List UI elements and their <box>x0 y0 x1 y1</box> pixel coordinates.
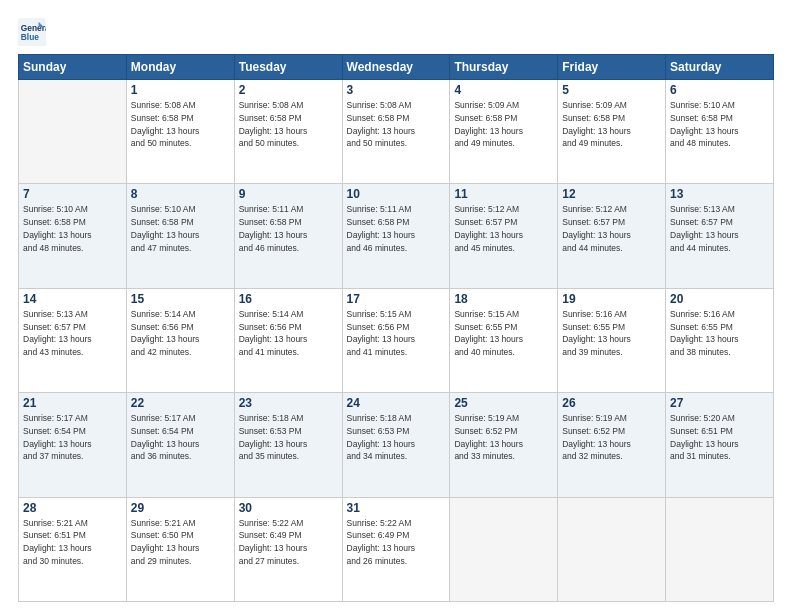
day-number: 4 <box>454 83 553 97</box>
day-number: 9 <box>239 187 338 201</box>
day-cell: 31Sunrise: 5:22 AM Sunset: 6:49 PM Dayli… <box>342 497 450 601</box>
day-number: 30 <box>239 501 338 515</box>
day-number: 5 <box>562 83 661 97</box>
day-info: Sunrise: 5:20 AM Sunset: 6:51 PM Dayligh… <box>670 412 769 463</box>
day-info: Sunrise: 5:13 AM Sunset: 6:57 PM Dayligh… <box>23 308 122 359</box>
day-cell: 25Sunrise: 5:19 AM Sunset: 6:52 PM Dayli… <box>450 393 558 497</box>
day-cell: 19Sunrise: 5:16 AM Sunset: 6:55 PM Dayli… <box>558 288 666 392</box>
day-number: 25 <box>454 396 553 410</box>
day-cell: 13Sunrise: 5:13 AM Sunset: 6:57 PM Dayli… <box>666 184 774 288</box>
day-number: 7 <box>23 187 122 201</box>
day-number: 27 <box>670 396 769 410</box>
day-info: Sunrise: 5:21 AM Sunset: 6:50 PM Dayligh… <box>131 517 230 568</box>
day-cell: 2Sunrise: 5:08 AM Sunset: 6:58 PM Daylig… <box>234 80 342 184</box>
col-header-thursday: Thursday <box>450 55 558 80</box>
day-cell: 24Sunrise: 5:18 AM Sunset: 6:53 PM Dayli… <box>342 393 450 497</box>
day-cell <box>450 497 558 601</box>
day-number: 14 <box>23 292 122 306</box>
day-cell: 18Sunrise: 5:15 AM Sunset: 6:55 PM Dayli… <box>450 288 558 392</box>
day-cell <box>666 497 774 601</box>
week-row-5: 28Sunrise: 5:21 AM Sunset: 6:51 PM Dayli… <box>19 497 774 601</box>
day-number: 10 <box>347 187 446 201</box>
day-info: Sunrise: 5:11 AM Sunset: 6:58 PM Dayligh… <box>347 203 446 254</box>
day-cell <box>19 80 127 184</box>
day-cell: 15Sunrise: 5:14 AM Sunset: 6:56 PM Dayli… <box>126 288 234 392</box>
day-number: 13 <box>670 187 769 201</box>
day-number: 31 <box>347 501 446 515</box>
day-number: 22 <box>131 396 230 410</box>
day-cell: 7Sunrise: 5:10 AM Sunset: 6:58 PM Daylig… <box>19 184 127 288</box>
calendar-table: SundayMondayTuesdayWednesdayThursdayFrid… <box>18 54 774 602</box>
day-cell: 21Sunrise: 5:17 AM Sunset: 6:54 PM Dayli… <box>19 393 127 497</box>
day-cell: 22Sunrise: 5:17 AM Sunset: 6:54 PM Dayli… <box>126 393 234 497</box>
day-info: Sunrise: 5:08 AM Sunset: 6:58 PM Dayligh… <box>347 99 446 150</box>
day-number: 6 <box>670 83 769 97</box>
day-info: Sunrise: 5:13 AM Sunset: 6:57 PM Dayligh… <box>670 203 769 254</box>
day-info: Sunrise: 5:11 AM Sunset: 6:58 PM Dayligh… <box>239 203 338 254</box>
logo-icon: General Blue <box>18 18 46 46</box>
day-cell: 14Sunrise: 5:13 AM Sunset: 6:57 PM Dayli… <box>19 288 127 392</box>
logo: General Blue <box>18 18 50 46</box>
day-info: Sunrise: 5:08 AM Sunset: 6:58 PM Dayligh… <box>239 99 338 150</box>
day-info: Sunrise: 5:12 AM Sunset: 6:57 PM Dayligh… <box>562 203 661 254</box>
day-info: Sunrise: 5:10 AM Sunset: 6:58 PM Dayligh… <box>23 203 122 254</box>
day-number: 2 <box>239 83 338 97</box>
day-cell: 17Sunrise: 5:15 AM Sunset: 6:56 PM Dayli… <box>342 288 450 392</box>
day-info: Sunrise: 5:14 AM Sunset: 6:56 PM Dayligh… <box>131 308 230 359</box>
day-cell: 3Sunrise: 5:08 AM Sunset: 6:58 PM Daylig… <box>342 80 450 184</box>
day-cell: 20Sunrise: 5:16 AM Sunset: 6:55 PM Dayli… <box>666 288 774 392</box>
day-info: Sunrise: 5:21 AM Sunset: 6:51 PM Dayligh… <box>23 517 122 568</box>
day-number: 12 <box>562 187 661 201</box>
col-header-tuesday: Tuesday <box>234 55 342 80</box>
svg-text:Blue: Blue <box>21 32 39 42</box>
day-info: Sunrise: 5:19 AM Sunset: 6:52 PM Dayligh… <box>562 412 661 463</box>
day-info: Sunrise: 5:15 AM Sunset: 6:55 PM Dayligh… <box>454 308 553 359</box>
day-number: 24 <box>347 396 446 410</box>
day-number: 16 <box>239 292 338 306</box>
header: General Blue <box>18 18 774 46</box>
day-cell: 16Sunrise: 5:14 AM Sunset: 6:56 PM Dayli… <box>234 288 342 392</box>
day-info: Sunrise: 5:08 AM Sunset: 6:58 PM Dayligh… <box>131 99 230 150</box>
day-info: Sunrise: 5:17 AM Sunset: 6:54 PM Dayligh… <box>131 412 230 463</box>
day-cell: 9Sunrise: 5:11 AM Sunset: 6:58 PM Daylig… <box>234 184 342 288</box>
day-info: Sunrise: 5:09 AM Sunset: 6:58 PM Dayligh… <box>454 99 553 150</box>
day-cell: 29Sunrise: 5:21 AM Sunset: 6:50 PM Dayli… <box>126 497 234 601</box>
day-number: 18 <box>454 292 553 306</box>
calendar-header-row: SundayMondayTuesdayWednesdayThursdayFrid… <box>19 55 774 80</box>
day-cell: 11Sunrise: 5:12 AM Sunset: 6:57 PM Dayli… <box>450 184 558 288</box>
day-cell: 23Sunrise: 5:18 AM Sunset: 6:53 PM Dayli… <box>234 393 342 497</box>
day-number: 19 <box>562 292 661 306</box>
day-number: 21 <box>23 396 122 410</box>
day-info: Sunrise: 5:15 AM Sunset: 6:56 PM Dayligh… <box>347 308 446 359</box>
week-row-2: 7Sunrise: 5:10 AM Sunset: 6:58 PM Daylig… <box>19 184 774 288</box>
day-info: Sunrise: 5:10 AM Sunset: 6:58 PM Dayligh… <box>131 203 230 254</box>
week-row-3: 14Sunrise: 5:13 AM Sunset: 6:57 PM Dayli… <box>19 288 774 392</box>
day-number: 20 <box>670 292 769 306</box>
day-cell: 4Sunrise: 5:09 AM Sunset: 6:58 PM Daylig… <box>450 80 558 184</box>
day-cell: 8Sunrise: 5:10 AM Sunset: 6:58 PM Daylig… <box>126 184 234 288</box>
page: General Blue SundayMondayTuesdayWednesda… <box>0 0 792 612</box>
day-info: Sunrise: 5:16 AM Sunset: 6:55 PM Dayligh… <box>562 308 661 359</box>
day-cell: 28Sunrise: 5:21 AM Sunset: 6:51 PM Dayli… <box>19 497 127 601</box>
day-number: 1 <box>131 83 230 97</box>
day-cell: 10Sunrise: 5:11 AM Sunset: 6:58 PM Dayli… <box>342 184 450 288</box>
day-cell: 27Sunrise: 5:20 AM Sunset: 6:51 PM Dayli… <box>666 393 774 497</box>
col-header-friday: Friday <box>558 55 666 80</box>
day-number: 29 <box>131 501 230 515</box>
day-info: Sunrise: 5:14 AM Sunset: 6:56 PM Dayligh… <box>239 308 338 359</box>
day-info: Sunrise: 5:19 AM Sunset: 6:52 PM Dayligh… <box>454 412 553 463</box>
day-number: 26 <box>562 396 661 410</box>
day-cell: 12Sunrise: 5:12 AM Sunset: 6:57 PM Dayli… <box>558 184 666 288</box>
day-cell: 5Sunrise: 5:09 AM Sunset: 6:58 PM Daylig… <box>558 80 666 184</box>
day-info: Sunrise: 5:22 AM Sunset: 6:49 PM Dayligh… <box>239 517 338 568</box>
col-header-monday: Monday <box>126 55 234 80</box>
day-info: Sunrise: 5:22 AM Sunset: 6:49 PM Dayligh… <box>347 517 446 568</box>
day-cell: 30Sunrise: 5:22 AM Sunset: 6:49 PM Dayli… <box>234 497 342 601</box>
day-number: 23 <box>239 396 338 410</box>
day-info: Sunrise: 5:09 AM Sunset: 6:58 PM Dayligh… <box>562 99 661 150</box>
day-info: Sunrise: 5:12 AM Sunset: 6:57 PM Dayligh… <box>454 203 553 254</box>
week-row-4: 21Sunrise: 5:17 AM Sunset: 6:54 PM Dayli… <box>19 393 774 497</box>
day-info: Sunrise: 5:18 AM Sunset: 6:53 PM Dayligh… <box>239 412 338 463</box>
col-header-wednesday: Wednesday <box>342 55 450 80</box>
day-cell: 1Sunrise: 5:08 AM Sunset: 6:58 PM Daylig… <box>126 80 234 184</box>
